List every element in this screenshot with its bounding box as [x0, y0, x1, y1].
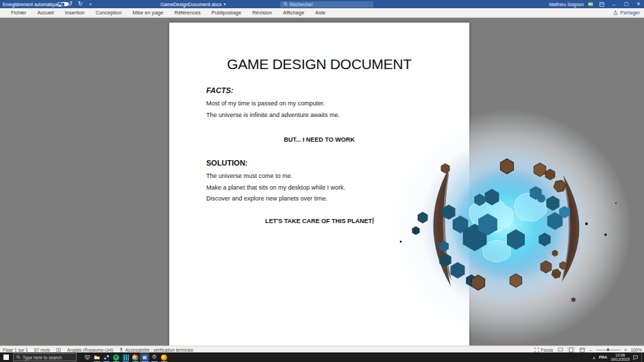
tab-insertion[interactable]: Insertion [60, 8, 90, 17]
word-icon[interactable]: W [140, 352, 149, 362]
language-indicator[interactable]: Anglais (Royaume-Uni) [67, 348, 113, 352]
ribbon-tab-row: Fichier Accueil Insertion Conception Mis… [0, 8, 644, 18]
firefox-icon[interactable] [159, 352, 169, 362]
tab-conception[interactable]: Conception [90, 8, 127, 17]
page-indicator[interactable]: Page 1 sur 1 [3, 348, 28, 352]
customize-qat-icon[interactable]: ▾ [87, 1, 94, 8]
chrome-icon[interactable] [130, 352, 140, 362]
titlebar-right: Matthieu Soignon MS – ▢ ✕ [549, 0, 643, 8]
taskbar-icons: W ⚙ [82, 352, 169, 362]
taskbar-search[interactable]: Type here to search [13, 353, 77, 361]
facts-heading: FACTS: [206, 86, 234, 94]
avatar[interactable]: MS [588, 1, 593, 7]
ribbon-tabs: Fichier Accueil Insertion Conception Mis… [0, 8, 644, 17]
solution-heading: SOLUTION: [206, 159, 248, 167]
facts-line-1: Most of my time is passed on my computer… [206, 100, 325, 107]
word-titlebar: Enregistrement automatique ↺ ↻ ▾ GameDes… [0, 0, 644, 8]
zoom-level[interactable]: 100% [630, 348, 642, 352]
action-center-icon[interactable] [633, 355, 638, 360]
windows-taskbar: Type here to search W [0, 352, 644, 362]
word-statusbar: Page 1 sur 1 57 mots Anglais (Royaume-Un… [0, 346, 644, 352]
desktop-screen: Enregistrement automatique ↺ ↻ ▾ GameDes… [0, 0, 644, 362]
facts-line-2: The universe is infinite and adventure a… [206, 112, 340, 118]
steam-icon[interactable] [101, 352, 111, 362]
redo-icon[interactable]: ↻ [77, 1, 84, 8]
tab-publipostage[interactable]: Publipostage [206, 8, 247, 17]
tray-language[interactable]: FRA [599, 355, 607, 359]
app-icon-teal-stripes[interactable] [121, 352, 130, 362]
word-count[interactable]: 57 mots [34, 348, 50, 352]
taskbar-search-placeholder: Type here to search [23, 355, 62, 360]
focus-label: Focus [541, 348, 554, 352]
zoom-slider-knob[interactable] [607, 348, 609, 351]
share-icon [613, 10, 618, 15]
windows-logo-icon [3, 354, 9, 360]
chevron-down-icon: ▼ [223, 2, 227, 6]
accessibility-text: Accessibilité : vérification terminée [125, 348, 193, 352]
tab-mise-en-page[interactable]: Mise en page [127, 8, 169, 17]
user-name[interactable]: Matthieu Soignon [549, 2, 584, 7]
share-label: Partager [620, 10, 640, 16]
document-title[interactable]: GameDesignDocument.docx ▼ [160, 0, 226, 8]
tab-aide[interactable]: Aide [310, 8, 331, 17]
this-pc-icon[interactable] [82, 352, 92, 362]
accessibility-status[interactable]: Accessibilité : vérification terminée [119, 348, 193, 352]
search-icon [16, 355, 21, 359]
system-tray: ∧ FRA 10:08 19/12/2023 [593, 352, 644, 362]
solution-line-3: Discover and explore new planets over ti… [206, 195, 327, 202]
proofing-icon[interactable] [56, 348, 61, 352]
tab-revision[interactable]: Révision [247, 8, 277, 17]
file-explorer-icon[interactable] [92, 352, 101, 362]
tab-accueil[interactable]: Accueil [32, 8, 60, 17]
undo-icon[interactable]: ↺ [66, 1, 73, 8]
start-button[interactable] [0, 352, 12, 362]
search-icon [284, 2, 288, 6]
spotify-icon[interactable] [111, 352, 121, 362]
text-cursor [373, 218, 373, 224]
solution-line-2: Make a planet that sits on my desktop wh… [206, 184, 345, 191]
ribbon-display-options-icon[interactable] [597, 0, 606, 8]
minimize-button[interactable]: – [610, 0, 618, 8]
search-placeholder: Rechercher [290, 2, 313, 7]
share-button[interactable]: Partager [613, 8, 640, 17]
document-title-text: GameDesignDocument.docx [160, 2, 222, 7]
show-desktop-button[interactable] [641, 352, 644, 362]
focus-mode-button[interactable]: Focus [534, 348, 553, 352]
solution-line-1: The universe must come to me. [206, 172, 293, 179]
tab-affichage[interactable]: Affichage [277, 8, 310, 17]
doc-heading: GAME DESIGN DOCUMENT [169, 56, 469, 73]
close-button[interactable]: ✕ [634, 0, 643, 8]
autosave-label: Enregistrement automatique [3, 2, 59, 7]
titlebar-search[interactable]: Rechercher [280, 1, 373, 8]
save-icon[interactable] [56, 1, 63, 8]
restore-button[interactable]: ▢ [622, 0, 630, 8]
tray-date: 19/12/2023 [610, 357, 630, 361]
tab-fichier[interactable]: Fichier [5, 8, 32, 17]
planet-widget[interactable] [384, 109, 632, 348]
zoom-slider[interactable] [596, 350, 621, 350]
tray-clock[interactable]: 10:08 19/12/2023 [610, 353, 630, 361]
settings-gear-icon[interactable]: ⚙ [149, 352, 159, 362]
tray-expand-icon[interactable]: ∧ [593, 355, 595, 360]
tab-references[interactable]: Références [169, 8, 206, 17]
quick-access-toolbar: ↺ ↻ ▾ [56, 0, 94, 8]
